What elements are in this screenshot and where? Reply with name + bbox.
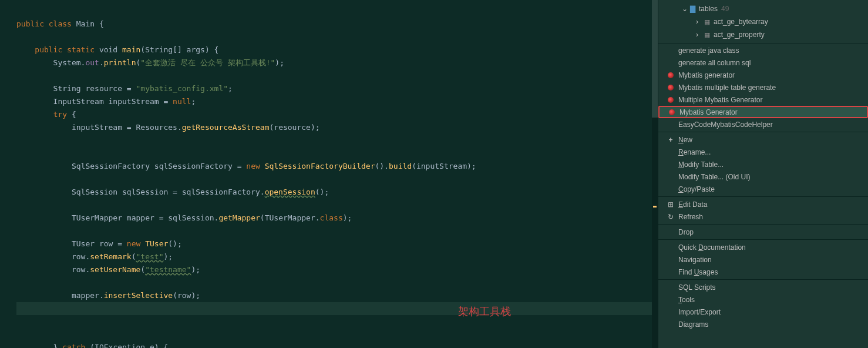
menu-sql-scripts[interactable]: SQL Scripts	[658, 281, 868, 293]
menu-separator	[658, 132, 868, 132]
menu-separator	[658, 224, 868, 225]
tree-table-item[interactable]: › ▦ act_ge_bytearray	[658, 15, 868, 28]
folder-count: 49	[721, 5, 729, 13]
tree-table-item[interactable]: › ▦ act_ge_property	[658, 28, 868, 41]
chevron-right-icon: ›	[696, 18, 702, 26]
menu-modify-table-old[interactable]: Modify Table... (Old UI)	[658, 170, 868, 183]
side-panel: ⌄ ▇ tables 49 › ▦ act_ge_bytearray › ▦ a…	[658, 0, 868, 348]
menu-diagrams[interactable]: Diagrams	[658, 318, 868, 330]
gutter	[0, 0, 11, 348]
mybatis-icon	[665, 85, 676, 91]
folder-label: tables	[699, 5, 718, 13]
menu-edit-data[interactable]: Edit Data	[658, 198, 868, 210]
table-icon: ▦	[704, 31, 710, 39]
scrollbar-thumb[interactable]	[652, 0, 658, 118]
menu-easycode-helper[interactable]: EasyCodeMybatisCodeHelper	[658, 118, 868, 130]
grid-icon	[665, 200, 676, 209]
code-area[interactable]: public class Main { public static void m…	[0, 5, 658, 348]
menu-navigation[interactable]: Navigation	[658, 253, 868, 266]
mybatis-icon	[665, 97, 676, 103]
folder-icon: ▇	[690, 5, 695, 13]
menu-multiple-mybatis-generator[interactable]: Multiple Mybatis Generator	[658, 93, 868, 106]
chevron-right-icon: ›	[696, 31, 702, 39]
menu-generate-all-column-sql[interactable]: generate all column sql	[658, 56, 868, 69]
tree-folder-tables[interactable]: ⌄ ▇ tables 49	[658, 2, 868, 15]
context-menu[interactable]: generate java class generate all column …	[658, 44, 868, 348]
chevron-down-icon: ⌄	[682, 5, 688, 13]
menu-new[interactable]: + New	[658, 133, 868, 146]
table-label: act_ge_property	[714, 31, 765, 39]
table-label: act_ge_bytearray	[714, 18, 768, 26]
menu-refresh[interactable]: Refresh	[658, 210, 868, 223]
plus-icon: +	[665, 136, 676, 144]
menu-separator	[658, 279, 868, 280]
menu-drop[interactable]: Drop	[658, 226, 868, 238]
menu-separator	[658, 239, 868, 240]
vertical-scrollbar[interactable]	[652, 0, 658, 348]
menu-mybatis-generator-1[interactable]: Mybatis generator	[658, 69, 868, 81]
menu-tools[interactable]: Tools	[658, 293, 868, 306]
menu-rename[interactable]: Rename...	[658, 146, 868, 158]
menu-mybatis-generator-highlighted[interactable]: Mybatis Generator	[658, 106, 868, 118]
scroll-marker	[653, 206, 657, 208]
menu-generate-java-class[interactable]: generate java class	[658, 44, 868, 56]
watermark-text: 架构工具栈	[458, 304, 511, 319]
menu-modify-table[interactable]: Modify Table...	[658, 158, 868, 170]
menu-quick-documentation[interactable]: Quick Documentation	[658, 241, 868, 253]
menu-copy-paste[interactable]: Copy/Paste	[658, 183, 868, 195]
table-icon: ▦	[704, 18, 710, 26]
menu-find-usages[interactable]: Find Usages	[658, 266, 868, 278]
menu-mybatis-multiple-table[interactable]: Mybatis multiple table generate	[658, 81, 868, 93]
menu-import-export[interactable]: Import/Export	[658, 306, 868, 318]
mybatis-icon	[667, 109, 677, 115]
menu-separator	[658, 196, 868, 197]
code-editor[interactable]: public class Main { public static void m…	[0, 0, 658, 348]
database-tree[interactable]: ⌄ ▇ tables 49 › ▦ act_ge_bytearray › ▦ a…	[658, 0, 868, 44]
refresh-icon	[665, 213, 676, 221]
mybatis-icon	[665, 72, 676, 78]
